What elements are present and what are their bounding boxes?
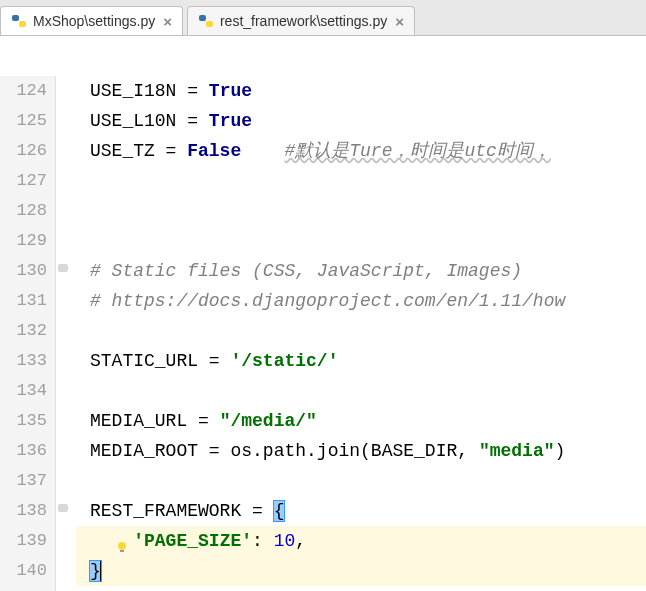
line-number: 136 bbox=[0, 436, 47, 466]
code-line[interactable]: USE_I18N = True bbox=[76, 76, 646, 106]
svg-point-4 bbox=[118, 542, 126, 550]
code-line[interactable]: USE_TZ = False #默认是Ture，时间是utc时间， bbox=[76, 136, 646, 166]
code-line[interactable]: I bbox=[76, 586, 646, 591]
tab-bar: MxShop\settings.py × rest_framework\sett… bbox=[0, 0, 646, 36]
code-line[interactable]: MEDIA_ROOT = os.path.join(BASE_DIR, "med… bbox=[76, 436, 646, 466]
line-number: 125 bbox=[0, 106, 47, 136]
lightbulb-icon[interactable] bbox=[115, 534, 129, 548]
line-number: 132 bbox=[0, 316, 47, 346]
code-line[interactable]: # https://docs.djangoproject.com/en/1.11… bbox=[76, 286, 646, 316]
code-line[interactable]: # Static files (CSS, JavaScript, Images) bbox=[76, 256, 646, 286]
fold-region-gutter bbox=[56, 76, 76, 591]
svg-rect-2 bbox=[199, 15, 206, 21]
line-number: 126 bbox=[0, 136, 47, 166]
python-file-icon bbox=[11, 13, 27, 29]
line-number: 124 bbox=[0, 76, 47, 106]
code-line[interactable]: MEDIA_URL = "/media/" bbox=[76, 406, 646, 436]
code-line[interactable] bbox=[76, 196, 646, 226]
code-line[interactable] bbox=[76, 226, 646, 256]
line-number: 140 bbox=[0, 556, 47, 586]
close-tab-icon[interactable]: × bbox=[163, 13, 172, 30]
svg-rect-5 bbox=[120, 550, 124, 552]
close-tab-icon[interactable]: × bbox=[395, 13, 404, 30]
line-number: 137 bbox=[0, 466, 47, 496]
line-number: 129 bbox=[0, 226, 47, 256]
python-file-icon bbox=[198, 13, 214, 29]
editor: 124 125 126 127 128 129 130 131 132 133 … bbox=[0, 36, 646, 591]
code-line[interactable] bbox=[76, 376, 646, 406]
code-line[interactable]: STATIC_URL = '/static/' bbox=[76, 346, 646, 376]
region-handle-icon[interactable] bbox=[58, 504, 68, 512]
line-number: 130 bbox=[0, 256, 47, 286]
code-line-current[interactable]: } bbox=[76, 556, 646, 586]
text-cursor bbox=[100, 560, 101, 582]
line-number: 138 bbox=[0, 496, 47, 526]
code-line[interactable]: USE_L10N = True bbox=[76, 106, 646, 136]
line-number-gutter: 124 125 126 127 128 129 130 131 132 133 … bbox=[0, 76, 56, 591]
line-number: 135 bbox=[0, 406, 47, 436]
line-number: 127 bbox=[0, 166, 47, 196]
svg-rect-1 bbox=[19, 21, 26, 27]
line-number: 133 bbox=[0, 346, 47, 376]
code-line[interactable]: 'PAGE_SIZE': 10, bbox=[76, 526, 646, 556]
region-handle-icon[interactable] bbox=[58, 264, 68, 272]
code-line[interactable] bbox=[76, 316, 646, 346]
tab-mxshop-settings[interactable]: MxShop\settings.py × bbox=[0, 6, 183, 35]
code-line[interactable] bbox=[76, 466, 646, 496]
tab-label: rest_framework\settings.py bbox=[220, 13, 387, 29]
code-line[interactable]: REST_FRAMEWORK = { bbox=[76, 496, 646, 526]
tab-label: MxShop\settings.py bbox=[33, 13, 155, 29]
line-number: 128 bbox=[0, 196, 47, 226]
line-number: 139 bbox=[0, 526, 47, 556]
svg-rect-0 bbox=[12, 15, 19, 21]
line-number: 134 bbox=[0, 376, 47, 406]
svg-rect-3 bbox=[206, 21, 213, 27]
code-line[interactable] bbox=[76, 166, 646, 196]
tab-restframework-settings[interactable]: rest_framework\settings.py × bbox=[187, 6, 415, 35]
code-area[interactable]: USE_I18N = True USE_L10N = True USE_TZ =… bbox=[76, 76, 646, 591]
line-number: 131 bbox=[0, 286, 47, 316]
